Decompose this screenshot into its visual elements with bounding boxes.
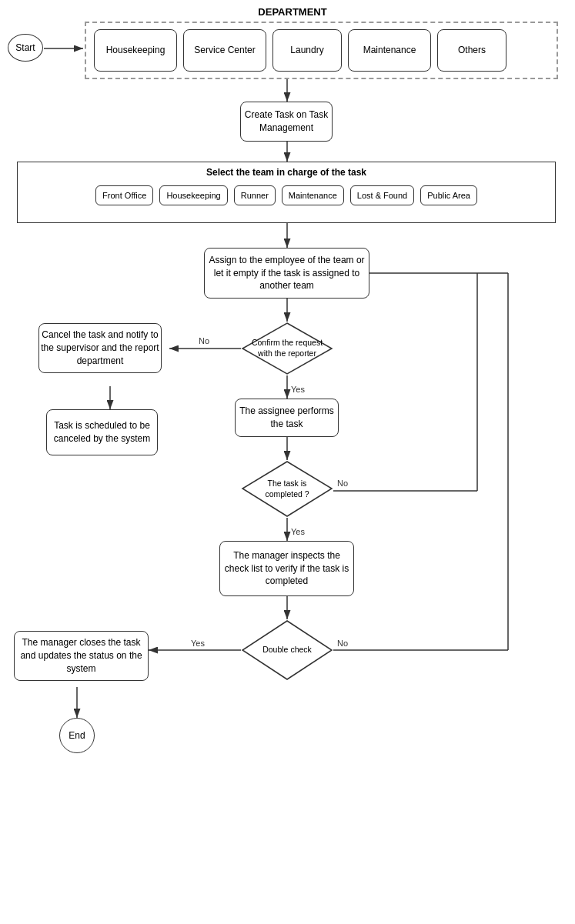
create-task-node: Create Task on Task Management <box>240 102 333 142</box>
svg-text:Yes: Yes <box>291 385 305 394</box>
assign-node: Assign to the employee of the team or le… <box>204 248 369 299</box>
team-public-area: Public Area <box>420 185 477 205</box>
dept-maintenance: Maintenance <box>348 29 431 72</box>
select-team-box: Select the team in charge of the task Fr… <box>17 162 556 223</box>
svg-text:No: No <box>199 336 209 345</box>
manager-inspects-node: The manager inspects the check list to v… <box>219 541 354 596</box>
assignee-performs-node: The assignee performs the task <box>235 399 339 437</box>
select-team-title: Select the team in charge of the task <box>18 162 555 182</box>
svg-text:No: No <box>337 639 348 648</box>
team-front-office: Front Office <box>95 185 153 205</box>
cancel-task-node: Cancel the task and notify to the superv… <box>38 323 162 373</box>
team-maintenance: Maintenance <box>282 185 344 205</box>
department-label: DEPARTMENT <box>246 6 339 18</box>
double-check-diamond: Double check <box>241 619 333 681</box>
svg-text:No: No <box>337 479 348 488</box>
svg-text:Yes: Yes <box>191 639 205 648</box>
svg-text:Yes: Yes <box>291 527 305 536</box>
dept-laundry: Laundry <box>272 29 342 72</box>
start-node: Start <box>8 34 43 62</box>
task-scheduled-node: Task is scheduled to be canceled by the … <box>46 409 158 455</box>
team-runner: Runner <box>234 185 276 205</box>
task-completed-diamond: The task iscompleted ? <box>241 460 333 518</box>
manager-closes-node: The manager closes the task and updates … <box>14 631 149 681</box>
team-housekeeping: Housekeeping <box>159 185 227 205</box>
end-node: End <box>59 718 95 753</box>
dept-housekeeping: Housekeeping <box>94 29 177 72</box>
team-lost-found: Lost & Found <box>350 185 414 205</box>
confirm-diamond: Confirm the requestwith the reporter <box>241 322 333 375</box>
dept-service-center: Service Center <box>183 29 266 72</box>
dept-others: Others <box>437 29 506 72</box>
